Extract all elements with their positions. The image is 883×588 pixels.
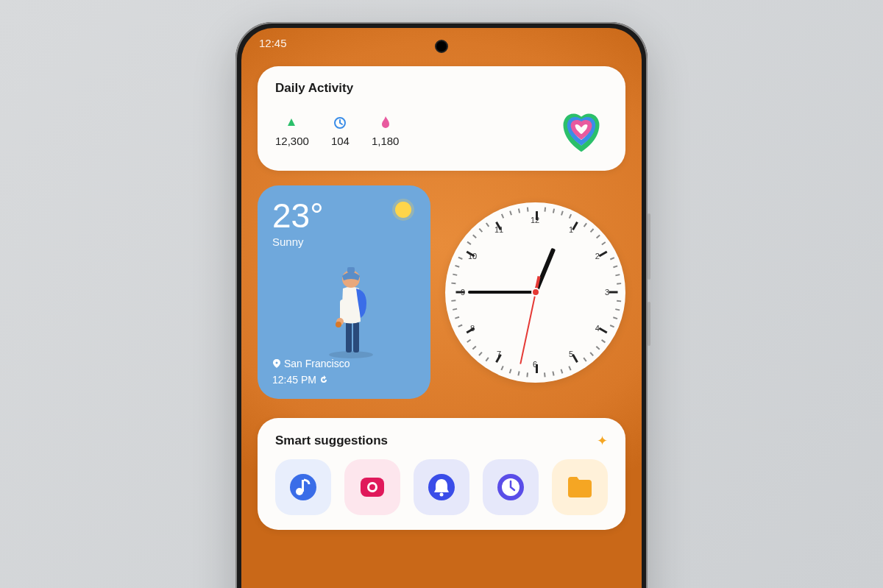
svg-rect-12: [302, 480, 304, 492]
weather-location: San Francisco: [272, 358, 350, 369]
daily-activity-widget[interactable]: Daily Activity 12,300 104: [258, 66, 625, 171]
suggestions-title: Smart suggestions: [275, 433, 388, 448]
front-camera-hole: [435, 40, 448, 53]
minute-hand: [468, 291, 536, 294]
flame-icon: [378, 116, 393, 130]
bell-icon: [427, 472, 456, 502]
music-app[interactable]: [275, 459, 331, 515]
daily-activity-title: Daily Activity: [275, 81, 608, 96]
clock-app-icon: [496, 472, 525, 502]
sparkle-icon: ✦: [597, 433, 608, 449]
phone-screen: 12:45 Daily Activity 12,300: [241, 28, 642, 588]
folder-icon: [566, 475, 594, 500]
weather-illustration: [318, 248, 384, 361]
svg-point-9: [276, 362, 278, 364]
clock-icon: [333, 116, 347, 130]
files-app[interactable]: [552, 459, 608, 515]
active-minutes-metric: 104: [331, 116, 350, 147]
weather-time: 12:45 PM: [272, 374, 328, 386]
svg-point-17: [440, 493, 444, 497]
weather-widget[interactable]: 23° Sunny: [258, 185, 430, 399]
svg-point-8: [336, 322, 341, 327]
steps-icon: [285, 116, 299, 130]
svg-point-15: [369, 484, 375, 490]
svg-rect-2: [346, 322, 352, 353]
steps-metric: 12,300: [275, 116, 309, 147]
phone-frame: 12:45 Daily Activity 12,300: [235, 22, 648, 588]
weather-condition: Sunny: [272, 235, 416, 248]
clock-app[interactable]: [483, 459, 539, 515]
analog-clock-widget[interactable]: 121110987654321: [445, 202, 625, 383]
clock-center-pin: [531, 288, 540, 297]
svg-rect-3: [353, 322, 359, 353]
volume-button[interactable]: [648, 213, 650, 280]
camera-icon: [358, 473, 386, 501]
refresh-icon: [319, 375, 328, 384]
minutes-value: 104: [331, 135, 350, 147]
activity-rings-icon: [555, 106, 608, 156]
camera-app[interactable]: [344, 459, 400, 515]
steps-value: 12,300: [275, 135, 309, 147]
second-hand: [519, 292, 536, 364]
smart-suggestions-widget[interactable]: Smart suggestions ✦: [258, 418, 625, 530]
pin-icon: [272, 359, 281, 368]
statusbar-time: 12:45: [259, 37, 287, 49]
svg-rect-7: [347, 267, 355, 273]
sun-icon: [395, 202, 411, 218]
reminder-app[interactable]: [414, 459, 469, 515]
power-button[interactable]: [648, 302, 650, 346]
calories-value: 1,180: [372, 135, 400, 147]
weather-temperature: 23°: [272, 199, 416, 233]
music-note-icon: [288, 472, 318, 502]
calories-metric: 1,180: [372, 116, 400, 147]
